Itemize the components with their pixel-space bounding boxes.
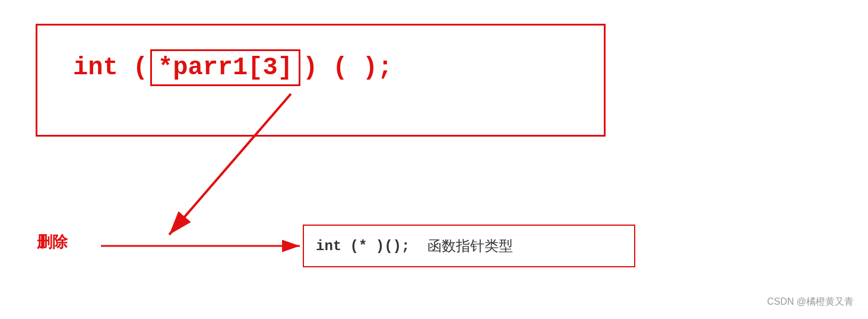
code-prefix: int (: [73, 53, 148, 82]
main-declaration-box: int ( *parr1[3] ) ( );: [36, 24, 606, 137]
delete-label: 删除: [37, 232, 68, 252]
main-code-display: int ( *parr1[3] ) ( );: [37, 26, 604, 110]
result-code: int (* )();: [316, 238, 410, 254]
watermark: CSDN @橘橙黄又青: [767, 296, 854, 308]
result-box: int (* )(); 函数指针类型: [303, 225, 635, 267]
result-description: 函数指针类型: [427, 236, 513, 255]
highlighted-identifier: *parr1[3]: [150, 49, 300, 86]
code-suffix: ) ( );: [303, 53, 392, 82]
